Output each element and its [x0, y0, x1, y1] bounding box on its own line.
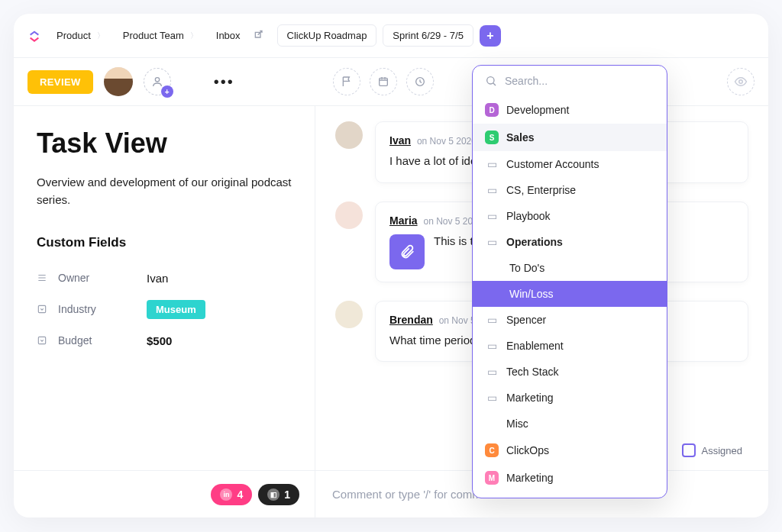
dd-item-marketing[interactable]: ▭Marketing [473, 385, 667, 411]
field-label: Budget [58, 334, 147, 347]
folder-icon: ▭ [485, 184, 499, 196]
list-icon [37, 272, 58, 283]
search-icon [485, 75, 497, 87]
dropdown-icon [37, 335, 58, 346]
dd-item-enablement[interactable]: ▭Enablement [473, 333, 667, 359]
svg-rect-4 [38, 305, 45, 312]
comment-date: on Nov 5 [439, 315, 476, 326]
folder-icon: ▭ [485, 158, 499, 170]
comment-date: on Nov 5 20 [423, 216, 473, 227]
field-value-budget[interactable]: $500 [147, 334, 172, 347]
comment-date: on Nov 5 2020 [417, 136, 477, 147]
svg-point-6 [487, 77, 494, 84]
comment-author[interactable]: Ivan [389, 134, 411, 147]
space-badge-icon: D [485, 103, 499, 117]
calendar-icon[interactable] [370, 68, 397, 95]
breadcrumb-team-label: Product Team [123, 30, 184, 41]
dd-item-sales[interactable]: SSales [473, 124, 667, 151]
chevron-right-icon: 〉 [97, 31, 105, 41]
breadcrumb-bar: Product〉 Product Team〉 Inbox ClickUp Roa… [14, 14, 768, 58]
dd-item-techstack[interactable]: ▭Tech Stack [473, 359, 667, 385]
dd-item-cs-enterprise[interactable]: ▭CS, Enterprise [473, 177, 667, 203]
comment-author[interactable]: Maria [389, 214, 418, 227]
dd-item-todos[interactable]: To Do's [473, 255, 667, 281]
clickup-logo-icon [27, 29, 41, 43]
dd-item-marketing2[interactable]: MMarketing [473, 464, 667, 492]
folder-icon: ▭ [485, 210, 499, 222]
comment-avatar [335, 202, 363, 229]
flag-icon[interactable] [333, 68, 360, 95]
pill-count: 1 [284, 488, 290, 501]
dropdown-search[interactable]: Search... [473, 66, 667, 96]
figma-pill[interactable]: ◧1 [258, 484, 299, 505]
dd-item-spencer[interactable]: ▭Spencer [473, 307, 667, 333]
dd-item-clickops[interactable]: CClickOps [473, 437, 667, 464]
breadcrumb-product[interactable]: Product〉 [50, 25, 111, 46]
open-external-icon[interactable] [253, 30, 265, 42]
dd-item-playbook[interactable]: ▭Playbook [473, 203, 667, 229]
svg-rect-5 [38, 337, 45, 343]
task-description[interactable]: Overview and development of our original… [37, 173, 292, 209]
status-badge[interactable]: REVIEW [27, 70, 93, 94]
breadcrumb-inbox[interactable]: Inbox [210, 25, 271, 47]
breadcrumb-inbox-label: Inbox [216, 30, 241, 41]
task-title[interactable]: Task View [37, 127, 292, 160]
field-value-owner[interactable]: Ivan [147, 272, 168, 285]
breadcrumb-product-label: Product [57, 30, 91, 41]
folder-icon: ▭ [485, 314, 499, 326]
dd-item-customer-accounts[interactable]: ▭Customer Accounts [473, 151, 667, 177]
breadcrumb-sprint[interactable]: Sprint 6/29 - 7/5 [383, 24, 473, 47]
folder-open-icon: ▭ [485, 236, 499, 248]
chevron-right-icon: 〉 [190, 31, 198, 41]
folder-icon: ▭ [485, 392, 499, 404]
field-value-industry[interactable]: Museum [147, 300, 205, 319]
add-button[interactable]: + [480, 25, 501, 47]
space-badge-icon: M [485, 471, 499, 485]
folder-icon: ▭ [485, 366, 499, 378]
comment-avatar [335, 121, 363, 149]
svg-point-0 [155, 78, 159, 82]
space-badge-icon: S [485, 131, 499, 144]
field-row-owner: Owner Ivan [37, 264, 292, 292]
plus-icon: + [161, 85, 173, 98]
figma-icon: ◧ [267, 488, 280, 501]
attachment-icon[interactable] [389, 234, 425, 269]
dropdown-icon [37, 304, 58, 314]
checkbox-icon[interactable] [682, 443, 696, 457]
more-menu-button[interactable]: ••• [208, 73, 241, 91]
time-icon[interactable] [406, 68, 434, 95]
dd-item-development[interactable]: DDevelopment [473, 96, 667, 124]
field-label: Industry [58, 303, 147, 315]
space-badge-icon: C [485, 443, 499, 457]
search-placeholder: Search... [505, 75, 548, 87]
assigned-label: Assigned [702, 445, 742, 456]
watch-icon[interactable] [727, 68, 755, 95]
dd-item-winloss[interactable]: Win/Loss [473, 281, 667, 307]
breadcrumb-roadmap[interactable]: ClickUp Roadmap [277, 24, 377, 47]
location-dropdown: Search... DDevelopment SSales ▭Customer … [472, 65, 667, 498]
comment-author[interactable]: Brendan [389, 314, 433, 326]
invision-pill[interactable]: in4 [211, 484, 252, 505]
field-row-industry: Industry Museum [37, 292, 292, 327]
dd-item-operations[interactable]: ▭Operations [473, 229, 667, 255]
assignee-avatar[interactable] [104, 67, 133, 96]
task-details-panel: Task View Overview and development of ou… [14, 106, 315, 480]
invision-icon: in [220, 488, 232, 501]
assigned-filter[interactable]: Assigned [682, 443, 742, 457]
field-label: Owner [58, 272, 147, 284]
breadcrumb-team[interactable]: Product Team〉 [117, 25, 204, 46]
dd-item-misc[interactable]: Misc [473, 411, 667, 437]
folder-icon: ▭ [485, 340, 499, 352]
custom-fields-heading: Custom Fields [37, 235, 292, 250]
pill-count: 4 [237, 488, 243, 501]
comment-avatar [335, 301, 363, 328]
add-assignee-button[interactable]: + [144, 68, 171, 95]
svg-point-3 [739, 80, 743, 84]
svg-rect-1 [380, 78, 388, 85]
field-row-budget: Budget $500 [37, 327, 292, 355]
